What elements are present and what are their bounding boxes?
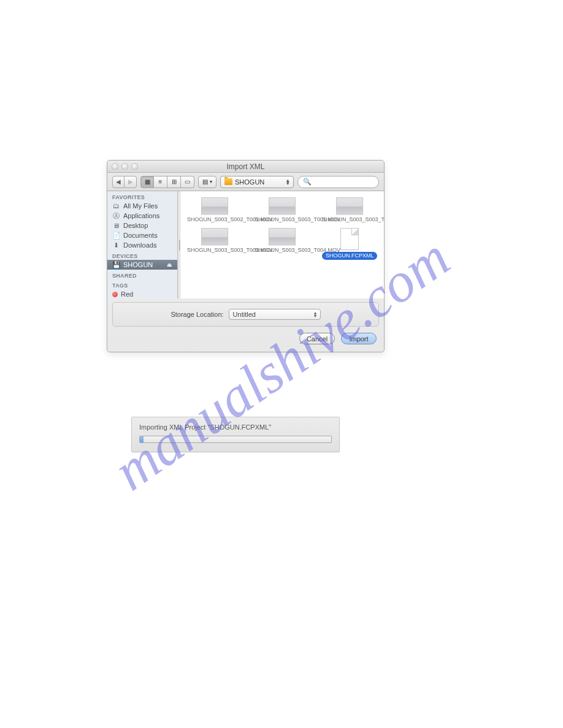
file-name: SHOGUN_S003_S002_T001.MOV — [187, 216, 242, 223]
tags-header: TAGS — [107, 281, 177, 289]
allfiles-icon: 🗂 — [112, 202, 120, 210]
zoom-window-button[interactable] — [131, 163, 138, 170]
sidebar-item-label: Documents — [123, 232, 158, 239]
sidebar-item-label: SHOGUN — [123, 261, 153, 268]
file-item[interactable]: SHOGUN_S002_S004_T001.MOV — [182, 191, 248, 194]
search-input[interactable] — [314, 178, 373, 186]
search-icon: 🔍 — [303, 178, 312, 186]
dialog-buttons: Cancel Import — [107, 330, 384, 352]
file-item[interactable]: SHOGUN_S003_S003_T002.MOV — [316, 196, 383, 224]
sidebar-item-label: Desktop — [123, 222, 148, 229]
file-item[interactable]: SHOGUN_S003_S001_T001.MOV — [316, 191, 383, 194]
documents-icon: 📄 — [112, 232, 120, 239]
location-name: SHOGUN — [235, 178, 264, 186]
file-item[interactable]: SHOGUN_S003_S003_T001.MOV — [249, 196, 315, 224]
sidebar-item-shogun[interactable]: 💾 SHOGUN ⏏ — [107, 260, 177, 270]
updown-icon: ▴▾ — [286, 179, 289, 185]
minimize-window-button[interactable] — [121, 163, 128, 170]
list-view-button[interactable]: ≡ — [154, 176, 167, 188]
applications-icon: Ⓐ — [112, 212, 120, 219]
icon-view-button[interactable]: ▦ — [140, 176, 154, 188]
sidebar-item-label: All My Files — [123, 202, 158, 210]
tag-red-icon — [112, 292, 118, 297]
file-name: SHOGUN_S003_S003_T001.MOV — [255, 216, 310, 223]
forward-button[interactable]: ▶ — [124, 176, 137, 188]
storage-label: Storage Location: — [170, 311, 223, 318]
progress-label: Importing XML Project "SHOGUN.FCPXML" — [139, 423, 332, 431]
file-item[interactable]: SHOGUN_S003_S003_T003.MOV — [182, 227, 248, 261]
drive-icon: 💾 — [112, 261, 120, 268]
folder-icon — [224, 178, 232, 185]
sidebar-item-all-my-files[interactable]: 🗂 All My Files — [107, 201, 177, 211]
file-grid: SHOGUN_S002_S004_T001.MOV SHOGUN_S002_S0… — [180, 191, 384, 298]
storage-location-dropdown[interactable]: Untitled ▴▾ — [229, 309, 321, 320]
nav-buttons: ◀ ▶ — [112, 176, 137, 188]
desktop-icon: 🖥 — [112, 222, 120, 229]
shared-header: SHARED — [107, 271, 177, 279]
sidebar-item-tag-red[interactable]: Red — [107, 289, 177, 298]
sidebar-divider[interactable] — [178, 191, 180, 298]
document-thumb — [340, 228, 359, 250]
progress-bar — [139, 436, 332, 443]
coverflow-view-button[interactable]: ▭ — [181, 176, 194, 188]
back-button[interactable]: ◀ — [112, 176, 124, 188]
import-xml-dialog: Import XML ◀ ▶ ▦ ≡ ⊞ ▭ ▤ ▾ SHOGUN — [107, 160, 385, 352]
video-thumb — [201, 228, 228, 245]
file-name: SHOGUN_S003_S003_T004.MOV — [255, 247, 310, 254]
sidebar-item-documents[interactable]: 📄 Documents — [107, 230, 177, 240]
video-thumb — [269, 228, 296, 245]
sidebar-item-desktop[interactable]: 🖥 Desktop — [107, 221, 177, 230]
sidebar: FAVORITES 🗂 All My Files Ⓐ Applications … — [107, 191, 178, 298]
import-button[interactable]: Import — [341, 333, 377, 344]
video-thumb — [336, 197, 363, 214]
column-view-button[interactable]: ⊞ — [167, 176, 181, 188]
view-mode-buttons: ▦ ≡ ⊞ ▭ — [140, 176, 194, 188]
browser-body: FAVORITES 🗂 All My Files Ⓐ Applications … — [107, 191, 384, 298]
file-item[interactable]: SHOGUN_S002_S005_T001.MOV — [249, 191, 315, 194]
columns-icon: ⊞ — [172, 178, 177, 185]
sidebar-item-applications[interactable]: Ⓐ Applications — [107, 211, 177, 221]
file-name: SHOGUN.FCPXML — [322, 252, 377, 260]
chevron-down-icon: ▾ — [210, 179, 212, 184]
file-name: SHOGUN_S003_S003_T003.MOV — [187, 247, 242, 254]
titlebar: Import XML — [107, 161, 384, 173]
progress-fill — [140, 436, 144, 442]
downloads-icon: ⬇ — [112, 241, 120, 249]
file-item-selected[interactable]: SHOGUN.FCPXML — [316, 227, 383, 261]
eject-icon[interactable]: ⏏ — [167, 262, 172, 268]
updown-icon: ▴▾ — [314, 311, 316, 317]
sidebar-item-label: Red — [121, 290, 133, 298]
devices-header: DEVICES — [107, 252, 177, 260]
favorites-header: FAVORITES — [107, 193, 177, 201]
file-name: SHOGUN_S003_S003_T002.MOV — [322, 216, 377, 223]
file-item[interactable]: SHOGUN_S003_S002_T001.MOV — [182, 196, 248, 224]
storage-bar: Storage Location: Untitled ▴▾ — [112, 302, 379, 327]
import-progress-panel: Importing XML Project "SHOGUN.FCPXML" — [131, 417, 340, 452]
location-dropdown[interactable]: SHOGUN ▴▾ — [220, 176, 294, 188]
sidebar-item-label: Applications — [123, 212, 159, 219]
sidebar-item-downloads[interactable]: ⬇ Downloads — [107, 240, 177, 250]
video-thumb — [201, 197, 228, 214]
video-thumb — [269, 197, 296, 214]
grid-icon: ▦ — [145, 178, 150, 185]
arrange-icon: ▤ — [202, 178, 208, 185]
cancel-button[interactable]: Cancel — [299, 333, 335, 344]
sidebar-item-label: Downloads — [123, 241, 156, 249]
arrange-button[interactable]: ▤ ▾ — [198, 176, 216, 188]
coverflow-icon: ▭ — [185, 178, 190, 185]
file-item[interactable]: SHOGUN_S003_S003_T004.MOV — [249, 227, 315, 261]
search-field[interactable]: 🔍 — [297, 176, 379, 188]
close-window-button[interactable] — [112, 163, 118, 170]
storage-value: Untitled — [233, 311, 256, 318]
list-icon: ≡ — [159, 178, 163, 185]
window-controls — [112, 163, 138, 170]
toolbar: ◀ ▶ ▦ ≡ ⊞ ▭ ▤ ▾ SHOGUN ▴▾ 🔍 — [107, 173, 384, 191]
window-title: Import XML — [107, 162, 384, 171]
